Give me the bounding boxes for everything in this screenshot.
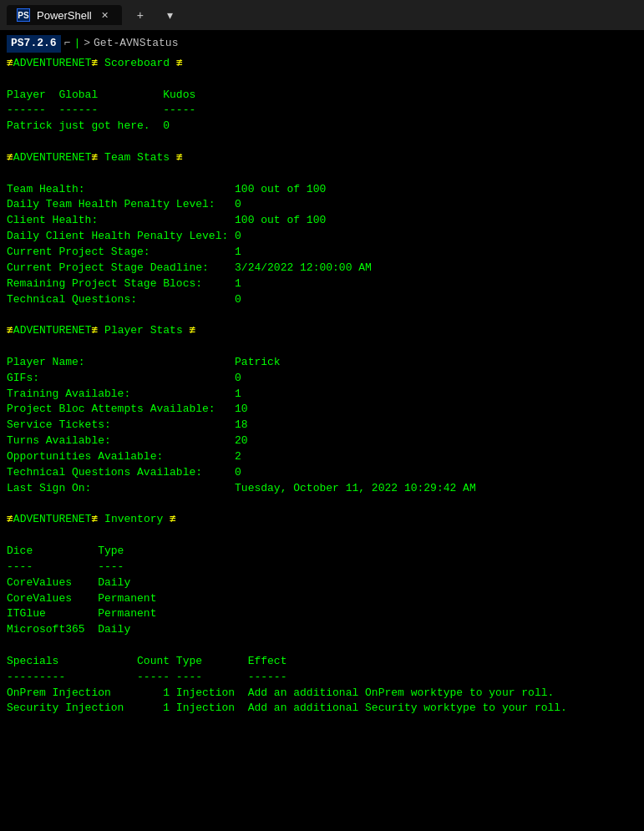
dropdown-button[interactable]: ▾ — [159, 3, 182, 27]
specials-section: Specials Count Type Effect --------- ---… — [7, 654, 637, 717]
tab-label: PowerShell — [37, 9, 92, 22]
prompt-pipe: | — [74, 36, 80, 52]
close-tab-button[interactable]: ✕ — [99, 8, 112, 22]
terminal-area: PS7.2.6 ⌐ | > Get-AVNStatus ≢ADVENTURENE… — [0, 30, 644, 831]
title-bar: PS PowerShell ✕ + ▾ — [0, 0, 644, 30]
powershell-icon: PS — [17, 8, 30, 22]
powershell-tab[interactable]: PS PowerShell ✕ — [7, 5, 122, 25]
prompt-symbol: ⌐ — [64, 36, 71, 52]
prompt-line: PS7.2.6 ⌐ | > Get-AVNStatus — [7, 35, 637, 53]
team-stats-section: ≢ADVENTURENET≢ Team Stats ≢ Team Health:… — [7, 150, 637, 323]
scoreboard-section: ≢ADVENTURENET≢ Scoreboard ≢ Player Globa… — [7, 56, 637, 150]
command-text: Get-AVNStatus — [94, 36, 178, 52]
player-stats-section: ≢ADVENTURENET≢ Player Stats ≢ Player Nam… — [7, 323, 637, 512]
ps-version: PS7.2.6 — [7, 35, 61, 53]
inventory-section: ≢ADVENTURENET≢ Inventory ≢ Dice Type ---… — [7, 512, 637, 654]
new-tab-button[interactable]: + — [129, 3, 152, 27]
prompt-arrow: > — [84, 36, 90, 52]
